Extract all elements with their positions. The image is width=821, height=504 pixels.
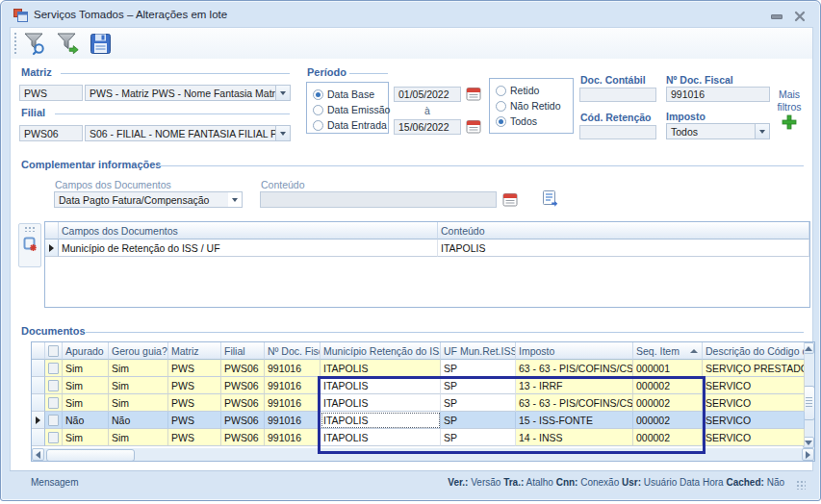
grid-cell[interactable]: PWS xyxy=(168,412,221,429)
grid-cell[interactable]: 13 - IRRF xyxy=(516,377,633,394)
grid-cell[interactable]: ITAPOLIS xyxy=(321,377,441,394)
resize-grip[interactable] xyxy=(796,480,806,490)
add-filter-plus-icon[interactable] xyxy=(782,114,797,130)
periodo-radio-1[interactable]: Data Emissão xyxy=(313,102,388,117)
grid-cell[interactable]: ITAPOLIS xyxy=(321,394,441,412)
matriz-dropdown-button[interactable] xyxy=(275,86,290,100)
retencao-radio-0[interactable]: Retido xyxy=(496,83,573,98)
campo-cell[interactable]: Município de Retenção do ISS / UF xyxy=(59,239,438,257)
filter-apply-button[interactable] xyxy=(53,30,82,57)
filial-combobox[interactable]: S06 - FILIAL - NOME FANTASIA FILIAL PWS0… xyxy=(85,125,291,141)
grid-cell[interactable]: SERVICO xyxy=(703,394,805,412)
column-header[interactable]: UF Mun.Ret.ISS xyxy=(441,342,516,360)
grid-cell[interactable]: 991016 xyxy=(265,429,321,446)
grid-cell[interactable]: SP xyxy=(441,360,516,377)
column-header[interactable]: Seq. Item xyxy=(633,342,703,360)
calendar-icon[interactable] xyxy=(466,119,481,134)
grid-cell[interactable]: 15 - ISS-FONTE xyxy=(516,412,633,429)
grid-cell[interactable]: Não xyxy=(109,412,168,429)
grid-cell[interactable]: PWS06 xyxy=(221,377,265,394)
column-header[interactable]: Conteúdo xyxy=(438,222,809,239)
column-header[interactable]: Descrição do Código d xyxy=(703,342,805,360)
close-button[interactable] xyxy=(791,10,808,23)
column-header[interactable]: Campos dos Documentos xyxy=(59,222,438,239)
column-header[interactable]: Nº Doc. Fiscal xyxy=(265,342,321,360)
grid-cell[interactable]: 000002 xyxy=(633,429,703,446)
column-header[interactable]: Filial xyxy=(221,342,265,360)
grid-cell[interactable]: SP xyxy=(441,377,516,394)
campos-dropdown-button[interactable] xyxy=(228,192,242,207)
imposto-combobox[interactable]: Todos xyxy=(666,123,770,139)
grid-cell[interactable]: Sim xyxy=(63,377,109,394)
column-header[interactable]: Matriz xyxy=(168,342,221,360)
row-checkbox[interactable] xyxy=(48,363,59,374)
horizontal-scrollbar[interactable] xyxy=(32,448,814,461)
grid-cell[interactable]: Sim xyxy=(109,429,168,446)
row-checkbox[interactable] xyxy=(48,380,59,391)
toolbar-grip[interactable] xyxy=(13,32,18,56)
minimize-button[interactable] xyxy=(768,10,785,23)
conteudo-field[interactable] xyxy=(260,191,497,208)
retencao-radio-1[interactable]: Não Retido xyxy=(496,98,573,113)
calendar-icon[interactable] xyxy=(466,87,481,101)
select-all-checkbox[interactable] xyxy=(48,345,59,357)
grid-cell[interactable]: 14 - INSS xyxy=(516,429,633,446)
grid-cell[interactable]: PWS xyxy=(168,429,221,446)
grid-cell[interactable]: 991016 xyxy=(265,377,321,394)
grid-cell[interactable]: Sim xyxy=(109,377,168,394)
grid-cell[interactable]: ITAPOLIS xyxy=(321,360,441,377)
grid-cell[interactable]: SERVICO xyxy=(703,429,805,446)
grid-cell[interactable]: PWS xyxy=(168,360,221,377)
grid-cell[interactable]: 000002 xyxy=(633,394,703,412)
matriz-combobox[interactable]: PWS - Matriz PWS - Nome Fantasia Matriz … xyxy=(85,85,291,101)
grid-cell[interactable]: Sim xyxy=(63,429,109,446)
grid-cell[interactable]: 000002 xyxy=(633,412,703,429)
grid-cell[interactable]: PWS xyxy=(168,394,221,412)
column-header[interactable]: Município Retenção do ISS xyxy=(321,342,441,360)
periodo-radio-0[interactable]: Data Base xyxy=(313,87,388,102)
grid-cell[interactable]: PWS06 xyxy=(221,360,265,377)
filial-code-field[interactable]: PWS06 xyxy=(19,125,83,141)
grid-cell[interactable]: 63 - 63 - PIS/COFINS/CSLL xyxy=(516,360,633,377)
grid-cell[interactable]: 991016 xyxy=(265,412,321,429)
grid-cell[interactable]: 000001 xyxy=(633,360,703,377)
delete-row-icon[interactable] xyxy=(22,236,38,253)
grid-cell[interactable]: PWS06 xyxy=(221,394,265,412)
grid-cell[interactable]: SP xyxy=(441,394,516,412)
num-doc-fiscal-field[interactable]: 991016 xyxy=(666,87,770,102)
grid-cell[interactable]: Sim xyxy=(109,394,168,412)
grid-cell[interactable]: Sim xyxy=(63,394,109,412)
grid-cell[interactable]: ITAPOLIS xyxy=(321,429,441,446)
retencao-radio-2[interactable]: Todos xyxy=(496,113,573,129)
filter-search-button[interactable] xyxy=(20,30,49,57)
scroll-left-button[interactable] xyxy=(32,448,44,461)
column-header[interactable]: Gerou guia? xyxy=(109,342,168,360)
grid-cell[interactable]: SERVICO xyxy=(703,377,805,394)
scroll-right-button[interactable] xyxy=(802,448,814,461)
grid-cell[interactable]: SERVICO xyxy=(703,412,805,429)
column-header[interactable]: Imposto xyxy=(516,342,633,360)
grid-cell[interactable]: 991016 xyxy=(265,394,321,412)
grid-cell[interactable]: PWS06 xyxy=(221,412,265,429)
grid-cell[interactable]: PWS06 xyxy=(221,429,265,446)
grid-cell[interactable]: SERVIÇO PRESTADO I xyxy=(703,360,805,377)
row-checkbox[interactable] xyxy=(48,397,59,409)
grid-cell[interactable]: 000002 xyxy=(633,377,703,394)
grid-cell[interactable]: Não xyxy=(63,412,109,429)
row-checkbox[interactable] xyxy=(48,432,59,443)
grid-cell[interactable]: Sim xyxy=(63,360,109,377)
grid-cell[interactable]: ITAPOLIS xyxy=(321,412,441,429)
grid-cell[interactable]: 991016 xyxy=(265,360,321,377)
grid-cell[interactable]: SP xyxy=(441,412,516,429)
calendar-icon[interactable] xyxy=(502,192,518,207)
periodo-radio-2[interactable]: Data Entrada xyxy=(313,117,388,133)
cod-retencao-field[interactable] xyxy=(579,125,656,139)
conteudo-cell[interactable]: ITAPOLIS xyxy=(438,239,809,257)
horizontal-scroll-thumb[interactable] xyxy=(46,449,135,462)
grid-cell[interactable]: PWS xyxy=(168,377,221,394)
campos-documentos-combobox[interactable]: Data Pagto Fatura/Compensação xyxy=(54,191,243,208)
date-from-field[interactable]: 01/05/2022 xyxy=(394,87,461,102)
doc-contabil-field[interactable] xyxy=(579,88,656,102)
apply-content-icon[interactable] xyxy=(541,189,559,208)
grid-cell[interactable]: Sim xyxy=(109,360,168,377)
